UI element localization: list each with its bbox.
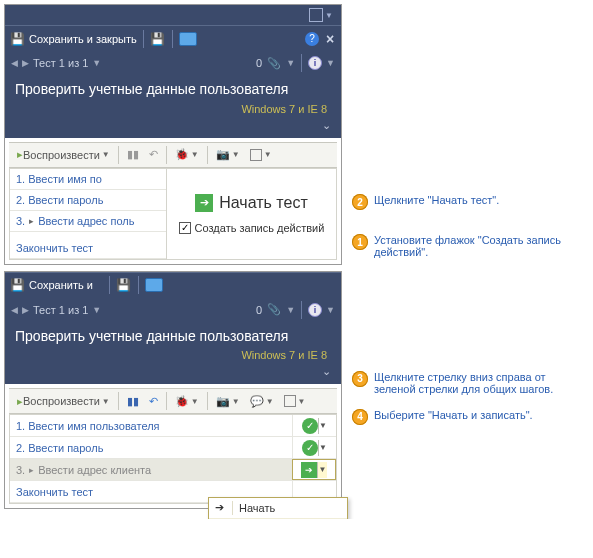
test-title: Проверить учетные данные пользователя — [5, 75, 341, 103]
layout-icon[interactable] — [309, 8, 323, 22]
step-grid: 1. Ввести имя пользователя ✓▼ 2. Ввести … — [9, 414, 337, 504]
bug-button[interactable]: 🐞▼ — [171, 145, 203, 165]
test-step-row-shared[interactable]: 3. ▸ Ввести адрес клиента ➔ ▼ — [10, 459, 336, 481]
reset-button[interactable]: ↶ — [145, 145, 162, 165]
screenshot-button[interactable]: ▼ — [212, 391, 244, 411]
info-icon[interactable]: i — [308, 56, 322, 70]
nav-next-icon[interactable]: ▶ — [22, 58, 29, 68]
nav-prev-icon[interactable]: ◀ — [11, 58, 18, 68]
window-button[interactable]: ▼ — [280, 391, 310, 411]
counter-dropdown-icon[interactable]: ▼ — [92, 58, 101, 68]
view-switcher-bar: ▼ — [5, 5, 341, 25]
play-arrow-icon: ➔ — [215, 501, 228, 515]
attachment-icon[interactable] — [266, 302, 282, 318]
callout-badge: 2 — [352, 194, 368, 210]
callout-badge: 4 — [352, 409, 368, 425]
create-recording-checkbox-row[interactable]: ✓ Создать запись действий — [179, 222, 325, 234]
window-titlebar: Сохранить и — [5, 272, 341, 298]
test-runner-pane-2: Сохранить и ◀ ▶ Тест 1 из 1 ▼ 0 ▼ i ▼ — [4, 271, 342, 510]
dropdown-item-start[interactable]: ➔ Начать — [209, 498, 347, 518]
screenshot-button[interactable]: ▼ — [212, 145, 244, 165]
test-runner-pane-1: ▼ Сохранить и закрыть ? × ◀ ▶ Тест 1 из … — [4, 4, 342, 265]
attachment-count: 0 — [256, 57, 262, 69]
info-dropdown-icon[interactable]: ▼ — [326, 58, 335, 68]
test-step[interactable]: 1. Ввести имя по — [10, 169, 166, 190]
dropdown-item-start-record[interactable]: ➔ Начать и записать — [209, 518, 347, 520]
action-toolbar: Воспроизвести ▼ ▮▮ ↶ 🐞▼ ▼ ▼ — [9, 142, 337, 168]
test-nav-bar: ◀ ▶ Тест 1 из 1 ▼ 0 ▼ i ▼ — [5, 51, 341, 75]
open-folder-icon[interactable] — [179, 32, 197, 46]
shared-step-icon: ▸ — [29, 465, 34, 475]
checkbox-icon[interactable]: ✓ — [179, 222, 191, 234]
test-counter: Тест 1 из 1 — [33, 304, 88, 316]
save-icon — [9, 31, 25, 47]
start-panel: ➔ Начать тест ✓ Создать запись действий — [166, 169, 336, 259]
window-titlebar: Сохранить и закрыть ? × — [5, 25, 341, 51]
test-step-shared[interactable]: 3. ▸ Ввести адрес поль — [10, 211, 166, 232]
step-list: 1. Ввести имя по 2. Ввести пароль 3. ▸ В… — [9, 168, 337, 260]
test-step-row[interactable]: 1. Ввести имя пользователя ✓▼ — [10, 415, 336, 437]
test-step[interactable]: 2. Ввести пароль — [10, 190, 166, 211]
attachment-count: 0 — [256, 304, 262, 316]
callout-4: 4 Выберите "Начать и записать". — [352, 409, 589, 425]
callout-2: 2 Щелкните "Начать тест". — [352, 194, 589, 210]
pass-icon[interactable]: ✓ — [302, 440, 318, 456]
layout-dropdown-icon[interactable]: ▼ — [325, 11, 333, 20]
notes-button[interactable]: ▼ — [246, 145, 276, 165]
callout-1: 1 Установите флажок "Создать запись дейс… — [352, 234, 589, 258]
save-and-close-button[interactable]: Сохранить и — [29, 279, 93, 291]
help-icon[interactable]: ? — [305, 32, 319, 46]
attachment-icon[interactable] — [266, 55, 282, 71]
play-dropdown-icon[interactable]: ▼ — [317, 462, 327, 478]
open-folder-icon[interactable] — [145, 278, 163, 292]
test-counter: Тест 1 из 1 — [33, 57, 88, 69]
result-dropdown-icon[interactable]: ▼ — [318, 418, 328, 434]
bug-button[interactable]: 🐞▼ — [171, 391, 203, 411]
save-button[interactable] — [150, 31, 166, 47]
nav-next-icon[interactable]: ▶ — [22, 305, 29, 315]
play-dropdown-menu: ➔ Начать ➔ Начать и записать — [208, 497, 348, 520]
collapse-icon[interactable]: ⌄ — [322, 119, 331, 131]
pause-button[interactable]: ▮▮ — [123, 145, 143, 165]
nav-prev-icon[interactable]: ◀ — [11, 305, 18, 315]
callout-badge: 3 — [352, 371, 368, 387]
save-button[interactable] — [116, 277, 132, 293]
shared-step-icon: ▸ — [29, 216, 34, 226]
callout-badge: 1 — [352, 234, 368, 250]
callout-3: 3 Щелкните стрелку вниз справа от зелено… — [352, 371, 589, 395]
test-config: Windows 7 и IE 8 — [5, 103, 341, 119]
comment-button[interactable]: 💬▼ — [246, 391, 278, 411]
action-toolbar: Воспроизвести ▼ ▮▮ ↶ 🐞▼ ▼ 💬▼ ▼ — [9, 388, 337, 414]
result-dropdown-icon[interactable]: ▼ — [318, 440, 328, 456]
info-icon[interactable]: i — [308, 303, 322, 317]
play-arrow-icon: ➔ — [195, 194, 213, 212]
reset-button[interactable]: ↶ — [145, 391, 162, 411]
save-and-close-button[interactable]: Сохранить и закрыть — [29, 33, 137, 45]
close-icon[interactable]: × — [323, 32, 337, 46]
test-title: Проверить учетные данные пользователя — [5, 322, 341, 350]
play-button[interactable]: Воспроизвести ▼ — [13, 145, 114, 165]
play-button[interactable]: Воспроизвести ▼ — [13, 391, 114, 411]
pass-icon[interactable]: ✓ — [302, 418, 318, 434]
counter-dropdown-icon[interactable]: ▼ — [92, 305, 101, 315]
pause-button[interactable]: ▮▮ — [123, 391, 143, 411]
attachment-dropdown-icon[interactable]: ▼ — [286, 305, 295, 315]
test-nav-bar: ◀ ▶ Тест 1 из 1 ▼ 0 ▼ i ▼ — [5, 298, 341, 322]
attachment-dropdown-icon[interactable]: ▼ — [286, 58, 295, 68]
collapse-icon[interactable]: ⌄ — [322, 365, 331, 377]
test-step-row[interactable]: 2. Ввести пароль ✓▼ — [10, 437, 336, 459]
start-test-button[interactable]: ➔ Начать тест — [195, 194, 307, 212]
save-icon — [9, 277, 25, 293]
play-step-icon[interactable]: ➔ — [301, 462, 317, 478]
test-config: Windows 7 и IE 8 — [5, 349, 341, 365]
end-test-step[interactable]: Закончить тест — [10, 238, 166, 259]
info-dropdown-icon[interactable]: ▼ — [326, 305, 335, 315]
